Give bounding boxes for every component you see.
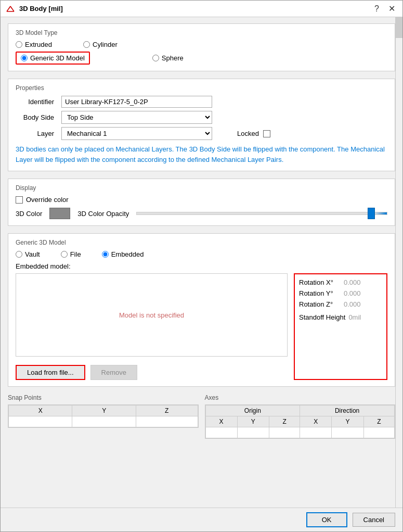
info-link[interactable]: Mechanical Layer Pairs: [212, 156, 282, 163]
color-label: 3D Color: [16, 210, 42, 218]
rotation-z-value: 0.000: [344, 300, 361, 308]
axes-header-row1: Origin Direction: [205, 406, 395, 416]
model-type-label: 3D Model Type: [16, 29, 387, 36]
radio-embedded-input[interactable]: [102, 251, 109, 258]
axes-e5: [332, 427, 363, 438]
radio-extruded-input[interactable]: [16, 41, 22, 48]
axes-origin-z: Z: [269, 416, 300, 427]
rotation-x-value: 0.000: [344, 278, 361, 286]
radio-embedded-label: Embedded: [111, 250, 144, 258]
radio-extruded-label: Extruded: [25, 41, 52, 48]
snap-points-table: X Y Z: [8, 405, 198, 427]
identifier-label: Identifier: [16, 98, 57, 106]
content-wrapper: 3D Model Type Extruded Cylinder Generic …: [1, 17, 402, 508]
model-type-row1: Extruded Cylinder: [16, 41, 387, 48]
info-text: 3D bodies can only be placed on Mechanic…: [16, 144, 387, 164]
remove-button[interactable]: Remove: [90, 365, 137, 380]
button-row: Load from file... Remove: [16, 365, 288, 380]
model-not-specified-text: Model is not specified: [119, 311, 184, 319]
model-type-row2: Generic 3D Model Sphere: [16, 52, 387, 65]
override-checkbox[interactable]: [16, 196, 23, 204]
rotation-y-label: Rotation Y°: [299, 289, 341, 297]
model-preview: Model is not specified: [16, 273, 288, 357]
body-side-row: Body Side Top Side Bottom Side: [16, 111, 387, 124]
radio-vault[interactable]: Vault: [16, 250, 40, 258]
footer: OK Cancel: [1, 508, 402, 531]
generic3d-label: Generic 3D Model: [16, 239, 387, 246]
ok-button[interactable]: OK: [306, 512, 347, 527]
opacity-row: [136, 212, 387, 215]
opacity-label: 3D Color Opacity: [77, 210, 129, 218]
radio-vault-label: Vault: [25, 250, 40, 258]
identifier-input[interactable]: [61, 96, 212, 108]
load-from-file-button[interactable]: Load from file...: [16, 365, 85, 380]
snap-empty-z: [136, 416, 198, 427]
radio-sphere[interactable]: Sphere: [152, 52, 184, 65]
props-full-row: Identifier Body Side Top Side Bottom Sid…: [16, 96, 387, 140]
locked-label: Locked: [237, 130, 259, 137]
rotation-z-row: Rotation Z° 0.000: [299, 300, 382, 308]
radio-embedded[interactable]: Embedded: [102, 250, 144, 258]
radio-vault-input[interactable]: [16, 251, 22, 258]
override-label: Override color: [26, 196, 69, 204]
info-suffix: .: [282, 156, 284, 163]
rotation-x-row: Rotation X° 0.000: [299, 278, 382, 286]
identifier-row: Identifier: [16, 96, 387, 108]
radio-file-input[interactable]: [61, 251, 68, 258]
color-row: 3D Color 3D Color Opacity: [16, 208, 387, 219]
radio-generic3d[interactable]: Generic 3D Model: [16, 52, 90, 65]
axes-direction-header: Direction: [300, 406, 395, 416]
rotation-y-value: 0.000: [344, 289, 361, 297]
snap-col-y: Y: [72, 406, 136, 416]
layer-row: Layer Mechanical 1 Mechanical 2 Locked: [16, 127, 387, 140]
radio-cylinder-input[interactable]: [83, 41, 90, 48]
body-side-select[interactable]: Top Side Bottom Side: [61, 111, 212, 124]
layer-label: Layer: [16, 130, 57, 137]
standoff-value: 0mil: [348, 313, 361, 321]
axes-dir-x: X: [300, 416, 332, 427]
axes-dir-z: Z: [363, 416, 394, 427]
title-bar: 3D Body [mil] ? ✕: [1, 1, 402, 17]
locked-checkbox[interactable]: [263, 130, 270, 137]
cancel-button[interactable]: Cancel: [353, 513, 395, 527]
snap-points-panel: Snap Points X Y Z: [8, 394, 199, 439]
body-side-select-wrap: Top Side Bottom Side: [61, 111, 212, 124]
display-inner: Override color 3D Color 3D Color Opacity: [16, 196, 387, 219]
opacity-slider[interactable]: [136, 212, 387, 215]
standoff-row: Standoff Height 0mil: [299, 313, 382, 321]
title-bar-right: ? ✕: [372, 4, 397, 14]
close-button[interactable]: ✕: [386, 4, 397, 14]
model-left-panel: Model is not specified Load from file...…: [16, 273, 288, 380]
bottom-panels: Snap Points X Y Z: [8, 394, 395, 439]
axes-e6: [363, 427, 394, 438]
identifier-input-wrap: [61, 96, 212, 108]
help-button[interactable]: ?: [372, 4, 381, 14]
layer-select[interactable]: Mechanical 1 Mechanical 2: [61, 127, 212, 140]
axes-header: Axes: [205, 394, 396, 401]
radio-file-label: File: [70, 250, 81, 258]
display-label: Display: [16, 184, 387, 192]
radio-generic3d-input[interactable]: [21, 55, 28, 61]
axes-dir-y: Y: [332, 416, 363, 427]
radio-extruded[interactable]: Extruded: [16, 41, 52, 48]
scrollbar-thumb[interactable]: [396, 17, 402, 38]
radio-file[interactable]: File: [61, 250, 81, 258]
rotation-z-label: Rotation Z°: [299, 300, 341, 308]
model-type-section: 3D Model Type Extruded Cylinder Generic …: [8, 23, 395, 71]
radio-cylinder[interactable]: Cylinder: [83, 41, 118, 48]
properties-label: Properties: [16, 84, 387, 92]
snap-col-x: X: [9, 406, 72, 416]
body-side-label: Body Side: [16, 113, 57, 121]
axes-table-container: Origin Direction X Y Z X Y Z: [205, 404, 396, 439]
axes-e4: [300, 427, 332, 438]
radio-sphere-input[interactable]: [152, 55, 159, 61]
dialog-3d-body: 3D Body [mil] ? ✕ 3D Model Type Extruded…: [0, 0, 403, 532]
axes-panel: Axes Origin Direction X Y: [205, 394, 396, 439]
app-icon: [6, 4, 15, 14]
axes-e1: [205, 427, 237, 438]
snap-empty-row: [9, 416, 198, 427]
rotation-panel: Rotation X° 0.000 Rotation Y° 0.000 Rota…: [294, 273, 387, 380]
scrollbar-track[interactable]: [395, 17, 402, 508]
radio-cylinder-label: Cylinder: [93, 41, 118, 48]
color-swatch[interactable]: [49, 208, 70, 219]
